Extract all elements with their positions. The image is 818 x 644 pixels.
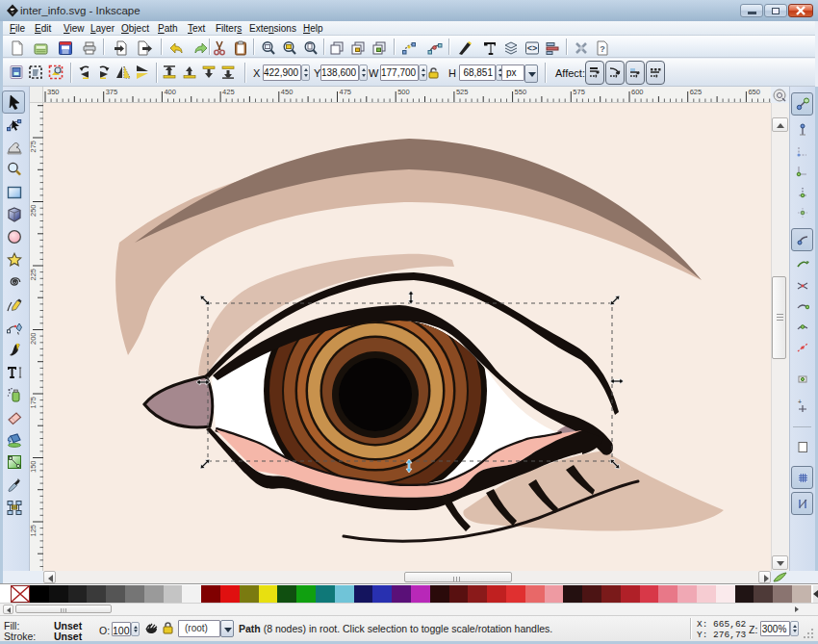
svg-text:150: 150 — [30, 461, 38, 474]
svg-text:375: 375 — [106, 88, 118, 96]
svg-text:400: 400 — [164, 88, 176, 96]
svg-text:250: 250 — [30, 205, 38, 218]
svg-text:600: 600 — [631, 88, 644, 96]
svg-text:225: 225 — [30, 269, 38, 281]
svg-text:525: 525 — [456, 88, 469, 96]
svg-text:200: 200 — [30, 333, 38, 346]
svg-text:450: 450 — [281, 88, 294, 96]
svg-text:350: 350 — [47, 88, 60, 96]
svg-text:500: 500 — [397, 88, 410, 96]
svg-text:475: 475 — [340, 88, 352, 96]
svg-text:275: 275 — [30, 141, 38, 153]
svg-text:650: 650 — [748, 88, 760, 96]
svg-text:+: + — [798, 399, 802, 405]
svg-text:125: 125 — [30, 525, 38, 537]
svg-text:550: 550 — [515, 88, 527, 96]
svg-text:625: 625 — [690, 88, 703, 96]
svg-text:?: ? — [600, 44, 605, 54]
svg-text:<>: <> — [527, 43, 538, 53]
svg-text:425: 425 — [222, 88, 235, 96]
svg-text:175: 175 — [30, 397, 38, 409]
svg-text:575: 575 — [573, 88, 585, 96]
